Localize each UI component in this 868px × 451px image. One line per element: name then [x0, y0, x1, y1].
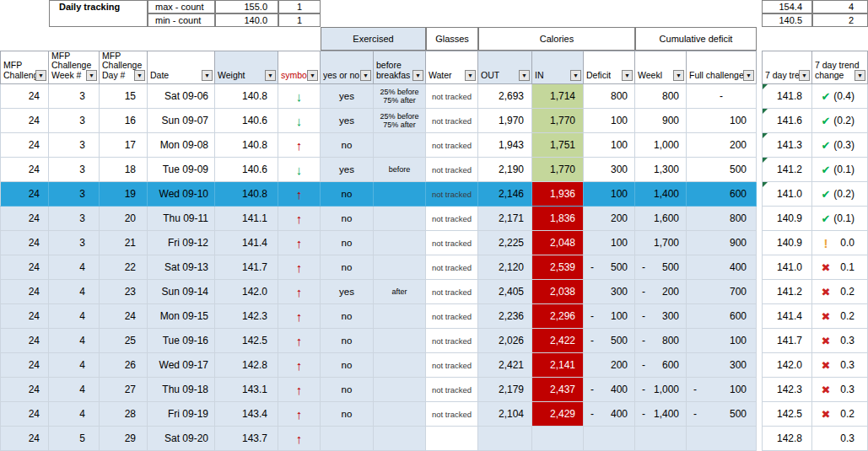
filter-dropdown-icon-out[interactable]: ▼ — [519, 70, 530, 81]
cell-mfp[interactable]: 24 — [0, 329, 49, 353]
max-value-cell[interactable]: 155.0 — [215, 0, 278, 13]
cell-weight[interactable]: 141.4 — [215, 231, 278, 255]
cell-deficit[interactable]: 100 — [584, 109, 635, 133]
cell-weight[interactable]: 140.6 — [215, 158, 278, 182]
cell-weight[interactable]: 140.8 — [215, 133, 278, 158]
cell-water[interactable]: not tracked — [426, 207, 478, 231]
trend-min-count-cell[interactable]: 2 — [812, 13, 868, 27]
filter-dropdown-icon-before[interactable]: ▼ — [412, 70, 423, 81]
cell-mfp[interactable]: 24 — [0, 280, 49, 304]
cell-out[interactable]: 2,421 — [478, 353, 532, 378]
cell-water[interactable]: not tracked — [426, 402, 478, 427]
cell-weight[interactable]: 142.3 — [215, 304, 278, 329]
cell-deficit[interactable]: -400 — [584, 402, 635, 427]
cell-day[interactable]: 28 — [100, 402, 148, 427]
cell-in[interactable]: 1,936 — [532, 182, 584, 207]
cell-in[interactable] — [532, 427, 584, 451]
cell-water[interactable]: not tracked — [426, 133, 478, 158]
cell-day[interactable]: 26 — [100, 353, 148, 378]
cell-deficit[interactable]: 100 — [584, 231, 635, 255]
cell-in[interactable]: 1,714 — [532, 84, 584, 109]
trend-min-value-cell[interactable]: 140.5 — [762, 13, 812, 27]
cell-full[interactable]: 300 — [687, 353, 757, 378]
cell-weekly[interactable]: 800 — [635, 84, 687, 109]
cell-in[interactable]: 2,048 — [532, 231, 584, 255]
cell-out[interactable]: 2,120 — [478, 255, 532, 280]
cell-change[interactable]: ✖0.1 — [812, 255, 868, 280]
column-header-week[interactable]: MFP Challenge Week #▼ — [49, 51, 100, 84]
cell-date[interactable]: Mon 09-08 — [148, 133, 215, 158]
cell-symbol[interactable]: ↑ — [278, 378, 321, 402]
cell-mfp[interactable]: 24 — [0, 133, 49, 158]
cell-symbol[interactable]: ↑ — [278, 133, 321, 158]
cell-change[interactable]: ✖0.2 — [812, 304, 868, 329]
cell-water[interactable]: not tracked — [426, 329, 478, 353]
cell-trend[interactable]: 141.2 — [762, 280, 812, 304]
column-header-water[interactable]: Water▼ — [426, 51, 478, 84]
cell-weekly[interactable]: 900 — [635, 109, 687, 133]
cell-mfp[interactable]: 24 — [0, 402, 49, 427]
cell-deficit[interactable]: 300 — [584, 280, 635, 304]
cell-date[interactable]: Wed 09-17 — [148, 353, 215, 378]
cell-exercised[interactable]: no — [321, 378, 374, 402]
cell-full[interactable]: 400 — [687, 255, 757, 280]
cell-week[interactable]: 3 — [49, 133, 100, 158]
cell-weight[interactable]: 143.7 — [215, 427, 278, 451]
min-count-label[interactable]: min - count — [148, 13, 215, 27]
cell-deficit[interactable]: 100 — [584, 182, 635, 207]
cell-out[interactable]: 2,190 — [478, 158, 532, 182]
cell-exercised[interactable]: yes — [321, 280, 374, 304]
filter-dropdown-icon-change[interactable]: ▼ — [855, 70, 865, 81]
cell-trend[interactable]: 141.7 — [762, 329, 812, 353]
cell-out[interactable]: 2,236 — [478, 304, 532, 329]
cell-out[interactable] — [478, 427, 532, 451]
cell-weight[interactable]: 141.1 — [215, 207, 278, 231]
cell-full[interactable]: 100 — [687, 109, 757, 133]
cell-date[interactable]: Sat 09-13 — [148, 255, 215, 280]
cell-weekly[interactable]: 1,700 — [635, 231, 687, 255]
cell-mfp[interactable]: 24 — [0, 231, 49, 255]
cell-full[interactable]: 200 — [687, 133, 757, 158]
cell-weight[interactable]: 143.4 — [215, 402, 278, 427]
cell-before[interactable] — [374, 182, 426, 207]
cell-weekly[interactable]: -600 — [635, 353, 687, 378]
cell-out[interactable]: 1,970 — [478, 109, 532, 133]
column-header-before[interactable]: before breakfas▼ — [374, 51, 426, 84]
cell-weight[interactable]: 140.8 — [215, 182, 278, 207]
cell-date[interactable]: Tue 09-16 — [148, 329, 215, 353]
cell-deficit[interactable]: -100 — [584, 304, 635, 329]
trend-max-count-cell[interactable]: 4 — [812, 0, 868, 13]
cell-before[interactable] — [374, 133, 426, 158]
cell-in[interactable]: 1,751 — [532, 133, 584, 158]
cell-before[interactable] — [374, 353, 426, 378]
cell-symbol[interactable]: ↑ — [278, 402, 321, 427]
cell-deficit[interactable]: -500 — [584, 329, 635, 353]
cell-full[interactable]: 100 — [687, 329, 757, 353]
cell-week[interactable]: 3 — [49, 109, 100, 133]
cell-deficit[interactable] — [584, 427, 635, 451]
cell-trend[interactable]: 140.9 — [762, 207, 812, 231]
cell-weekly[interactable]: 1,600 — [635, 207, 687, 231]
cell-week[interactable]: 4 — [49, 255, 100, 280]
cell-exercised[interactable]: no — [321, 182, 374, 207]
cell-exercised[interactable]: no — [321, 207, 374, 231]
cell-week[interactable]: 5 — [49, 427, 100, 451]
cell-week[interactable]: 4 — [49, 353, 100, 378]
cell-exercised[interactable] — [321, 427, 374, 451]
cell-trend[interactable]: 142.0 — [762, 353, 812, 378]
cell-in[interactable]: 1,770 — [532, 158, 584, 182]
cell-in[interactable]: 2,038 — [532, 280, 584, 304]
cell-in[interactable]: 2,296 — [532, 304, 584, 329]
cell-deficit[interactable]: -500 — [584, 255, 635, 280]
cell-water[interactable]: not tracked — [426, 182, 478, 207]
cell-day[interactable]: 29 — [100, 427, 148, 451]
cell-full[interactable]: 700 — [687, 280, 757, 304]
cell-date[interactable]: Fri 09-12 — [148, 231, 215, 255]
cell-change[interactable]: ✔(0.4) — [812, 84, 868, 109]
cell-weekly[interactable]: -200 — [635, 280, 687, 304]
cell-in[interactable]: 2,437 — [532, 378, 584, 402]
cell-mfp[interactable]: 24 — [0, 353, 49, 378]
filter-dropdown-icon-water[interactable]: ▼ — [465, 70, 476, 81]
filter-dropdown-icon-week[interactable]: ▼ — [86, 70, 97, 81]
cell-change[interactable]: ✔(0.2) — [812, 109, 868, 133]
